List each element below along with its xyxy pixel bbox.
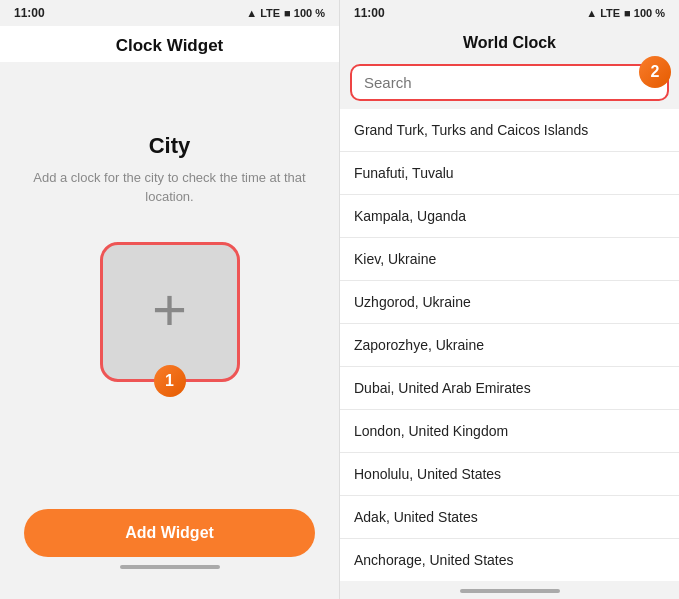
- list-item[interactable]: Adak, United States: [340, 496, 679, 539]
- list-item[interactable]: Dubai, United Arab Emirates: [340, 367, 679, 410]
- time-left: 11:00: [14, 6, 45, 20]
- battery-icon-left: ■ 100 %: [284, 7, 325, 19]
- page-title-right: World Clock: [340, 26, 679, 58]
- add-widget-button[interactable]: Add Widget: [24, 509, 315, 557]
- add-city-button[interactable]: + 1: [100, 242, 240, 382]
- city-title: City: [149, 133, 191, 159]
- city-list: Grand Turk, Turks and Caicos IslandsFuna…: [340, 109, 679, 581]
- list-item[interactable]: London, United Kingdom: [340, 410, 679, 453]
- search-input-wrapper[interactable]: 2: [350, 64, 669, 101]
- left-content: City Add a clock for the city to check t…: [0, 22, 339, 493]
- badge-1: 1: [154, 365, 186, 397]
- list-item[interactable]: Zaporozhye, Ukraine: [340, 324, 679, 367]
- right-panel: 11:00 ▲ LTE ■ 100 % World Clock 2 Grand …: [339, 0, 679, 599]
- search-container: 2: [340, 58, 679, 109]
- search-input[interactable]: [364, 74, 655, 91]
- list-item[interactable]: Funafuti, Tuvalu: [340, 152, 679, 195]
- home-indicator-left: [120, 565, 220, 569]
- city-desc: Add a clock for the city to check the ti…: [30, 169, 309, 205]
- home-indicator-right: [460, 589, 560, 593]
- list-item[interactable]: Kampala, Uganda: [340, 195, 679, 238]
- time-right: 11:00: [354, 6, 385, 20]
- signal-icon-right: ▲ LTE: [586, 7, 620, 19]
- list-item[interactable]: Uzhgorod, Ukraine: [340, 281, 679, 324]
- status-bar-right: 11:00 ▲ LTE ■ 100 %: [340, 0, 679, 26]
- battery-icon-right: ■ 100 %: [624, 7, 665, 19]
- status-icons-left: ▲ LTE ■ 100 %: [246, 7, 325, 19]
- list-item[interactable]: Honolulu, United States: [340, 453, 679, 496]
- list-item[interactable]: Kiev, Ukraine: [340, 238, 679, 281]
- plus-icon: +: [152, 280, 187, 340]
- list-item[interactable]: Grand Turk, Turks and Caicos Islands: [340, 109, 679, 152]
- bottom-left: Add Widget: [0, 493, 339, 599]
- signal-icon-left: ▲ LTE: [246, 7, 280, 19]
- left-panel: 11:00 ▲ LTE ■ 100 % Clock Widget City Ad…: [0, 0, 339, 599]
- status-icons-right: ▲ LTE ■ 100 %: [586, 7, 665, 19]
- badge-2: 2: [639, 56, 671, 88]
- list-item[interactable]: Anchorage, United States: [340, 539, 679, 581]
